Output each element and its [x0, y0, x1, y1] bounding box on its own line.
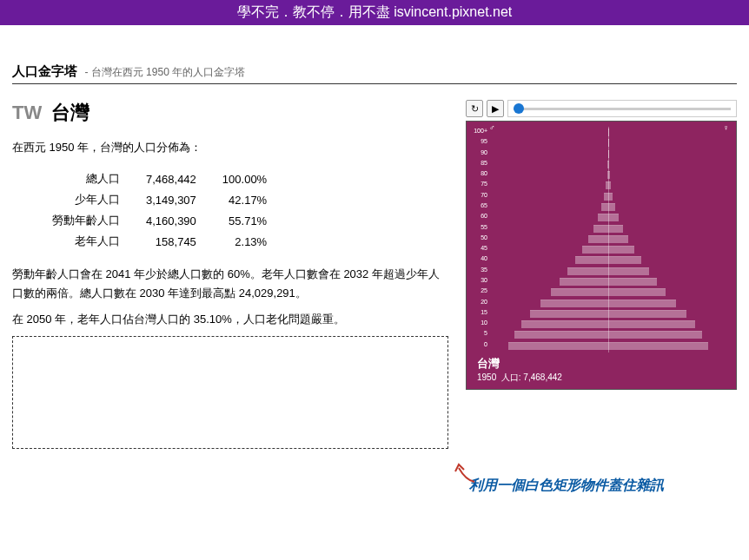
age-label: 85	[474, 160, 487, 166]
year-slider[interactable]	[507, 100, 737, 117]
bar-female	[608, 246, 634, 254]
left-column: TW 台灣 在西元 1950 年，台灣的人口分佈為： 總人口7,468,4421…	[12, 100, 448, 449]
country-code: TW	[12, 102, 42, 123]
player-controls: ↻ ▶	[466, 100, 737, 117]
age-label: 65	[474, 202, 487, 208]
age-label: 10	[474, 320, 487, 326]
age-label: 0	[474, 341, 487, 347]
bar-male	[575, 256, 608, 264]
age-label: 50	[474, 234, 487, 240]
age-label: 45	[474, 245, 487, 251]
bar-female	[608, 161, 609, 168]
reload-button[interactable]: ↻	[466, 100, 483, 117]
table-row: 勞動年齡人口4,160,39055.71%	[40, 211, 279, 230]
right-column: ↻ ▶ ♂ ♀ 100+9590858075706560555045403530…	[466, 100, 737, 449]
age-label: 25	[474, 287, 487, 293]
bar-male	[598, 214, 608, 221]
page-subtitle: - 台灣在西元 1950 年的人口金字塔	[84, 66, 245, 78]
bar-male	[508, 342, 608, 350]
bar-female	[608, 300, 676, 307]
annotation-text: 利用一個白色矩形物件蓋住雜訊	[469, 478, 664, 492]
table-row: 少年人口3,149,30742.17%	[40, 190, 279, 209]
bar-female	[608, 256, 641, 264]
bar-female	[608, 171, 610, 179]
age-label: 35	[474, 267, 487, 273]
bar-male	[588, 235, 608, 243]
pyramid-chart: ♂ ♀ 100+95908580757065605550454035302520…	[466, 121, 737, 390]
description-1: 勞動年齡人口會在 2041 年少於總人口數的 60%。老年人口數會在 2032 …	[12, 265, 448, 303]
age-label: 95	[474, 138, 487, 144]
intro-text: 在西元 1950 年，台灣的人口分佈為：	[12, 140, 448, 155]
bar-female	[608, 214, 619, 221]
bar-male	[560, 278, 608, 286]
bar-male	[601, 203, 608, 211]
bar-male	[521, 320, 608, 328]
bar-female	[608, 342, 708, 350]
page-title: 人口金字塔	[12, 63, 77, 78]
annotation: 利用一個白色矩形物件蓋住雜訊	[469, 477, 664, 495]
age-label: 55	[474, 224, 487, 230]
bar-male	[514, 331, 608, 339]
bar-female	[608, 331, 702, 339]
bar-male	[530, 310, 608, 318]
bar-female	[608, 193, 613, 201]
bar-male	[582, 246, 608, 254]
age-label: 80	[474, 170, 487, 176]
bar-male	[567, 267, 608, 275]
arrow-icon	[454, 461, 480, 487]
age-label: 70	[474, 192, 487, 198]
age-label: 30	[474, 277, 487, 283]
age-label: 60	[474, 213, 487, 219]
bar-female	[608, 310, 686, 318]
bar-female	[608, 288, 666, 296]
age-label: 75	[474, 181, 487, 187]
table-row: 總人口7,468,442100.00%	[40, 169, 279, 188]
age-label: 5	[474, 330, 487, 336]
pyramid-country: 台灣	[477, 356, 731, 372]
bar-male	[540, 300, 608, 307]
bar-female	[608, 181, 611, 189]
bar-female	[608, 267, 649, 275]
bar-male	[551, 288, 608, 296]
bar-female	[608, 278, 657, 286]
title-row: 人口金字塔 - 台灣在西元 1950 年的人口金字塔	[12, 63, 737, 84]
bar-female	[608, 235, 628, 243]
slider-thumb[interactable]	[514, 103, 524, 114]
top-banner: 學不完．教不停．用不盡 isvincent.pixnet.net	[0, 0, 749, 25]
dashed-overlay-box[interactable]	[12, 336, 448, 449]
bar-female	[608, 225, 623, 233]
content-area: 人口金字塔 - 台灣在西元 1950 年的人口金字塔 TW 台灣 在西元 195…	[0, 25, 749, 458]
age-label: 100+	[474, 128, 487, 134]
age-label: 20	[474, 299, 487, 305]
pyramid-meta: 1950 人口: 7,468,442	[477, 372, 731, 384]
age-label: 15	[474, 309, 487, 315]
bar-female	[608, 320, 695, 328]
stats-table: 總人口7,468,442100.00%少年人口3,149,30742.17%勞動…	[38, 168, 281, 253]
play-button[interactable]: ▶	[487, 100, 504, 117]
bar-female	[608, 203, 615, 211]
age-label: 90	[474, 149, 487, 155]
description-2: 在 2050 年，老年人口佔台灣人口的 35.10%，人口老化問題嚴重。	[12, 310, 448, 329]
table-row: 老年人口158,7452.13%	[40, 232, 279, 251]
age-label: 40	[474, 255, 487, 261]
bar-male	[593, 225, 608, 233]
country-name: 台灣	[51, 102, 89, 123]
